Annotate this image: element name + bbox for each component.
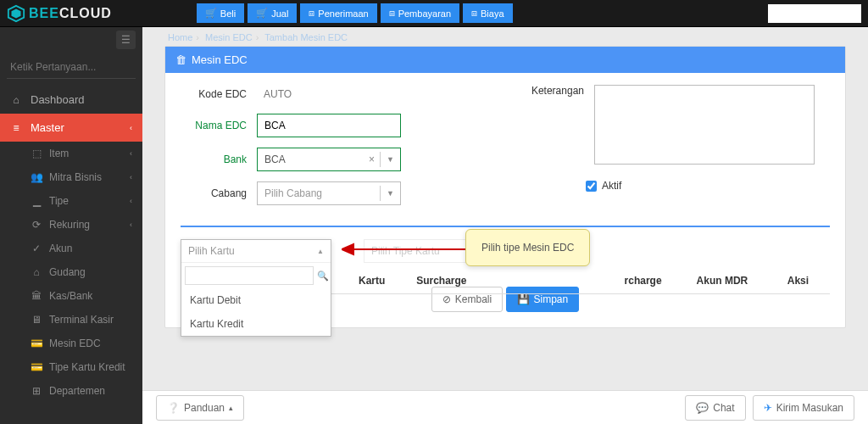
cart-icon: 🛒	[205, 8, 217, 19]
cash-icon: ⧇	[309, 8, 314, 19]
cart-icon: 🛒	[256, 8, 268, 19]
topbar: BEECLOUD 🛒Beli 🛒Jual ⧇Penerimaan ⧇Pembay…	[0, 0, 868, 27]
cash-icon: ⧇	[471, 8, 477, 19]
top-buttons: 🛒Beli 🛒Jual ⧇Penerimaan ⧇Pembayaran ⧇Bia…	[197, 3, 513, 23]
brand-text-2: CLOUD	[59, 6, 112, 20]
penerimaan-button[interactable]: ⧇Penerimaan	[300, 3, 376, 23]
brand-text-1: BEE	[29, 6, 59, 20]
cash-icon: ⧇	[389, 8, 395, 19]
top-search-input[interactable]	[768, 4, 861, 23]
biaya-button[interactable]: ⧇Biaya	[463, 3, 513, 23]
logo[interactable]: BEECLOUD	[7, 4, 112, 23]
logo-icon	[7, 4, 25, 23]
pembayaran-button[interactable]: ⧇Pembayaran	[381, 3, 459, 23]
beli-button[interactable]: 🛒Beli	[197, 3, 244, 23]
top-search	[768, 4, 861, 23]
jual-button[interactable]: 🛒Jual	[248, 3, 297, 23]
svg-marker-1	[12, 8, 21, 18]
